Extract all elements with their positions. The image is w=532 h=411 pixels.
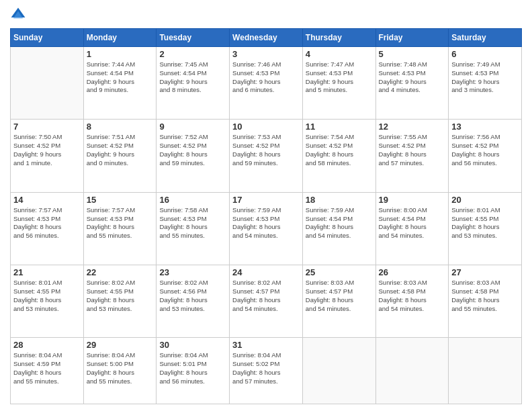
day-number: 6: [451, 49, 519, 59]
day-info: Sunrise: 7:45 AM Sunset: 4:54 PM Dayligh…: [159, 60, 226, 95]
calendar-cell: 14Sunrise: 7:57 AM Sunset: 4:53 PM Dayli…: [11, 192, 84, 265]
day-info: Sunrise: 7:54 AM Sunset: 4:52 PM Dayligh…: [306, 133, 373, 167]
day-info: Sunrise: 8:04 AM Sunset: 5:01 PM Dayligh…: [159, 351, 226, 385]
day-number: 3: [232, 49, 300, 59]
day-number: 14: [13, 195, 81, 205]
day-number: 17: [232, 195, 300, 205]
day-info: Sunrise: 7:46 AM Sunset: 4:53 PM Dayligh…: [232, 60, 300, 95]
calendar-cell: 8Sunrise: 7:51 AM Sunset: 4:52 PM Daylig…: [83, 120, 157, 192]
logo: [10, 7, 29, 23]
calendar-cell: 5Sunrise: 7:48 AM Sunset: 4:53 PM Daylig…: [375, 47, 449, 120]
calendar-cell: 18Sunrise: 7:59 AM Sunset: 4:54 PM Dayli…: [302, 192, 375, 265]
day-number: 16: [159, 195, 226, 205]
day-info: Sunrise: 7:59 AM Sunset: 4:53 PM Dayligh…: [232, 206, 300, 240]
day-info: Sunrise: 8:03 AM Sunset: 4:57 PM Dayligh…: [306, 279, 373, 313]
day-info: Sunrise: 7:57 AM Sunset: 4:53 PM Dayligh…: [87, 206, 154, 240]
day-number: 7: [13, 122, 81, 132]
calendar-cell: 26Sunrise: 8:03 AM Sunset: 4:58 PM Dayli…: [375, 265, 449, 338]
calendar-cell: 25Sunrise: 8:03 AM Sunset: 4:57 PM Dayli…: [302, 265, 375, 338]
calendar-cell: 20Sunrise: 8:01 AM Sunset: 4:55 PM Dayli…: [449, 192, 522, 265]
day-number: 11: [306, 122, 373, 132]
day-info: Sunrise: 7:47 AM Sunset: 4:53 PM Dayligh…: [306, 60, 373, 95]
day-number: 30: [159, 340, 226, 350]
weekday-header-row: SundayMondayTuesdayWednesdayThursdayFrid…: [11, 29, 522, 47]
calendar-cell: 22Sunrise: 8:02 AM Sunset: 4:55 PM Dayli…: [83, 265, 157, 338]
day-number: 15: [87, 195, 154, 205]
day-number: 18: [306, 195, 373, 205]
day-info: Sunrise: 7:44 AM Sunset: 4:54 PM Dayligh…: [87, 60, 154, 95]
day-number: 27: [451, 267, 519, 277]
day-info: Sunrise: 7:48 AM Sunset: 4:53 PM Dayligh…: [379, 60, 446, 95]
calendar-cell: 9Sunrise: 7:52 AM Sunset: 4:52 PM Daylig…: [157, 120, 230, 192]
day-info: Sunrise: 7:55 AM Sunset: 4:52 PM Dayligh…: [379, 133, 446, 167]
calendar-cell: 13Sunrise: 7:56 AM Sunset: 4:52 PM Dayli…: [449, 120, 522, 192]
day-number: 5: [379, 49, 446, 59]
day-number: 29: [87, 340, 154, 350]
day-info: Sunrise: 8:04 AM Sunset: 5:02 PM Dayligh…: [232, 351, 300, 385]
calendar-cell: 28Sunrise: 8:04 AM Sunset: 4:59 PM Dayli…: [11, 338, 84, 404]
calendar-cell: 16Sunrise: 7:58 AM Sunset: 4:53 PM Dayli…: [157, 192, 230, 265]
calendar-week-row: 14Sunrise: 7:57 AM Sunset: 4:53 PM Dayli…: [11, 192, 522, 265]
weekday-header-sunday: Sunday: [11, 29, 84, 47]
calendar-cell: 6Sunrise: 7:49 AM Sunset: 4:53 PM Daylig…: [449, 47, 522, 120]
day-number: 12: [379, 122, 446, 132]
calendar-cell: [11, 47, 84, 120]
day-number: 2: [159, 49, 226, 59]
day-number: 8: [87, 122, 154, 132]
day-number: 28: [13, 340, 81, 350]
weekday-header-thursday: Thursday: [302, 29, 375, 47]
calendar-table: SundayMondayTuesdayWednesdayThursdayFrid…: [10, 28, 522, 404]
weekday-header-tuesday: Tuesday: [157, 29, 230, 47]
day-info: Sunrise: 8:03 AM Sunset: 4:58 PM Dayligh…: [451, 279, 519, 313]
day-info: Sunrise: 8:04 AM Sunset: 5:00 PM Dayligh…: [87, 351, 154, 385]
weekday-header-friday: Friday: [375, 29, 449, 47]
day-info: Sunrise: 8:02 AM Sunset: 4:56 PM Dayligh…: [159, 279, 226, 313]
day-number: 21: [13, 267, 81, 277]
day-info: Sunrise: 7:56 AM Sunset: 4:52 PM Dayligh…: [451, 133, 519, 167]
calendar-cell: 19Sunrise: 8:00 AM Sunset: 4:54 PM Dayli…: [375, 192, 449, 265]
day-info: Sunrise: 7:58 AM Sunset: 4:53 PM Dayligh…: [159, 206, 226, 240]
calendar-week-row: 1Sunrise: 7:44 AM Sunset: 4:54 PM Daylig…: [11, 47, 522, 120]
day-info: Sunrise: 8:01 AM Sunset: 4:55 PM Dayligh…: [13, 279, 81, 313]
calendar-cell: 23Sunrise: 8:02 AM Sunset: 4:56 PM Dayli…: [157, 265, 230, 338]
day-number: 24: [232, 267, 300, 277]
header: [10, 7, 522, 23]
calendar-cell: [302, 338, 375, 404]
day-info: Sunrise: 7:57 AM Sunset: 4:53 PM Dayligh…: [13, 206, 81, 240]
day-number: 10: [232, 122, 300, 132]
day-info: Sunrise: 8:04 AM Sunset: 4:59 PM Dayligh…: [13, 351, 81, 385]
calendar-cell: 21Sunrise: 8:01 AM Sunset: 4:55 PM Dayli…: [11, 265, 84, 338]
calendar-cell: 1Sunrise: 7:44 AM Sunset: 4:54 PM Daylig…: [83, 47, 157, 120]
calendar-cell: 7Sunrise: 7:50 AM Sunset: 4:52 PM Daylig…: [11, 120, 84, 192]
calendar-cell: 3Sunrise: 7:46 AM Sunset: 4:53 PM Daylig…: [230, 47, 303, 120]
day-info: Sunrise: 8:03 AM Sunset: 4:58 PM Dayligh…: [379, 279, 446, 313]
day-info: Sunrise: 7:51 AM Sunset: 4:52 PM Dayligh…: [87, 133, 154, 167]
calendar-cell: 27Sunrise: 8:03 AM Sunset: 4:58 PM Dayli…: [449, 265, 522, 338]
calendar-week-row: 7Sunrise: 7:50 AM Sunset: 4:52 PM Daylig…: [11, 120, 522, 192]
day-info: Sunrise: 7:59 AM Sunset: 4:54 PM Dayligh…: [306, 206, 373, 240]
day-info: Sunrise: 8:00 AM Sunset: 4:54 PM Dayligh…: [379, 206, 446, 240]
day-info: Sunrise: 8:02 AM Sunset: 4:57 PM Dayligh…: [232, 279, 300, 313]
calendar-cell: 4Sunrise: 7:47 AM Sunset: 4:53 PM Daylig…: [302, 47, 375, 120]
calendar-cell: 10Sunrise: 7:53 AM Sunset: 4:52 PM Dayli…: [230, 120, 303, 192]
day-info: Sunrise: 7:49 AM Sunset: 4:53 PM Dayligh…: [451, 60, 519, 95]
day-number: 13: [451, 122, 519, 132]
day-number: 19: [379, 195, 446, 205]
day-number: 23: [159, 267, 226, 277]
calendar-cell: [375, 338, 449, 404]
day-number: 25: [306, 267, 373, 277]
weekday-header-saturday: Saturday: [449, 29, 522, 47]
day-info: Sunrise: 7:53 AM Sunset: 4:52 PM Dayligh…: [232, 133, 300, 167]
day-info: Sunrise: 8:02 AM Sunset: 4:55 PM Dayligh…: [87, 279, 154, 313]
logo-icon: [10, 7, 26, 23]
day-number: 9: [159, 122, 226, 132]
day-number: 26: [379, 267, 446, 277]
day-number: 31: [232, 340, 300, 350]
day-number: 1: [87, 49, 154, 59]
calendar-cell: [449, 338, 522, 404]
page-container: SundayMondayTuesdayWednesdayThursdayFrid…: [0, 0, 532, 411]
weekday-header-monday: Monday: [83, 29, 157, 47]
calendar-cell: 29Sunrise: 8:04 AM Sunset: 5:00 PM Dayli…: [83, 338, 157, 404]
calendar-cell: 15Sunrise: 7:57 AM Sunset: 4:53 PM Dayli…: [83, 192, 157, 265]
calendar-cell: 30Sunrise: 8:04 AM Sunset: 5:01 PM Dayli…: [157, 338, 230, 404]
